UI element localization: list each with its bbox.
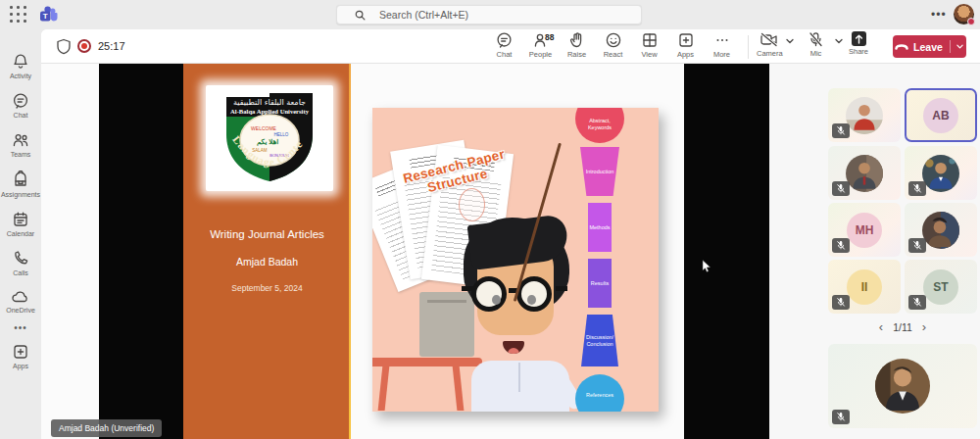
people-group-icon: [12, 131, 30, 149]
search-input[interactable]: Search (Ctrl+Alt+E): [336, 5, 642, 24]
sidebar-item-activity[interactable]: Activity: [10, 53, 31, 79]
raise-hand-button[interactable]: Raise: [559, 31, 595, 59]
sidebar-item-apps[interactable]: Apps: [12, 343, 29, 369]
sidebar-item-chat[interactable]: Chat: [12, 92, 29, 119]
apps-button[interactable]: Apps: [667, 31, 704, 59]
avatar: [922, 155, 959, 192]
mouse-cursor: [702, 260, 711, 273]
title-slide: جامعة البلقاء التطبيقية Al-Balqa Applied…: [183, 64, 351, 439]
mic-off-icon: [808, 31, 824, 48]
user-avatar[interactable]: [954, 4, 974, 24]
sidebar-item-onedrive[interactable]: OneDrive: [6, 289, 35, 314]
mic-chevron-icon[interactable]: [834, 37, 844, 45]
participant-count: 88: [545, 32, 554, 42]
avatar-initials: ST: [923, 269, 958, 305]
app-top-bar: T Search (Ctrl+Alt+E) •••: [0, 0, 980, 29]
paper-structure-diagram: Abstract,Keywords Introduction Methods R…: [372, 108, 659, 412]
meeting-security-shield-icon[interactable]: [56, 38, 72, 55]
leave-button[interactable]: Leave: [893, 35, 966, 58]
participant-tile[interactable]: [828, 146, 901, 200]
participant-tile[interactable]: ST: [905, 260, 977, 314]
chat-bubble-icon: [12, 92, 29, 110]
flow-results: Results: [588, 259, 612, 308]
react-button[interactable]: React: [595, 31, 631, 59]
phone-icon: [12, 250, 29, 268]
sidebar-item-calls[interactable]: Calls: [12, 250, 29, 276]
leave-chevron-icon[interactable]: [956, 43, 964, 50]
participant-tile[interactable]: [828, 88, 901, 142]
participants-panel: AB MH II ST: [769, 64, 980, 439]
slide-author: Amjad Badah: [183, 256, 351, 268]
view-button[interactable]: View: [631, 31, 667, 59]
more-button[interactable]: More: [704, 31, 740, 59]
apps-plus-icon: [12, 343, 29, 361]
participant-tile-speaking[interactable]: AB: [905, 88, 977, 142]
participant-tile[interactable]: [905, 203, 977, 257]
camera-off-icon: [760, 31, 779, 48]
avatar-initials: AB: [923, 98, 958, 133]
logo-arabic-text: جامعة البلقاء التطبيقية: [233, 98, 306, 107]
svg-text:اهلا بكم: اهلا بكم: [257, 138, 278, 146]
cloud-icon: [11, 289, 30, 305]
avatar-initials: II: [847, 269, 882, 305]
letterbox-left: [99, 64, 183, 439]
svg-text:WELCOME: WELCOME: [251, 125, 277, 131]
flow-discussion: Discussion/Conclusion: [581, 315, 618, 366]
svg-text:T: T: [43, 12, 48, 21]
mic-muted-icon: [832, 295, 850, 310]
bell-icon: [12, 53, 29, 71]
backpack-icon: [12, 171, 29, 189]
mic-button[interactable]: Mic: [808, 31, 824, 58]
camera-button[interactable]: Camera: [757, 31, 783, 58]
calendar-icon: [12, 211, 29, 228]
sidebar-more-icon[interactable]: •••: [14, 322, 27, 333]
people-button[interactable]: 88 People: [522, 31, 559, 59]
svg-text:HELLO: HELLO: [274, 132, 289, 137]
app-sidebar: Activity Chat Teams Assignments Calendar…: [0, 29, 41, 439]
chat-button[interactable]: Chat: [486, 31, 522, 59]
mic-muted-icon: [832, 238, 850, 253]
participant-tile[interactable]: II: [828, 260, 901, 314]
sidebar-item-assignments[interactable]: Assignments: [1, 171, 40, 198]
share-button[interactable]: Share: [849, 31, 868, 56]
meeting-controls: Chat 88 People Raise React View Apps Mor…: [486, 31, 740, 59]
university-logo: جامعة البلقاء التطبيقية Al-Balqa Applied…: [206, 85, 333, 191]
participant-tile[interactable]: [905, 146, 977, 200]
raise-hand-icon: [568, 31, 586, 49]
spotlight-participant-tile[interactable]: [828, 344, 977, 428]
mic-muted-icon: [832, 410, 850, 424]
app-launcher-waffle-icon[interactable]: [10, 6, 27, 24]
view-grid-icon: [641, 31, 659, 49]
status-busy-dot: [967, 18, 975, 25]
sidebar-item-calendar[interactable]: Calendar: [7, 211, 34, 237]
avatar: [875, 359, 930, 414]
apps-icon: [677, 31, 695, 49]
flow-abstract: Abstract,Keywords: [575, 108, 624, 143]
tiles-pagination: ‹ 1/11 ›: [828, 321, 977, 333]
avatar: [846, 97, 883, 134]
mic-muted-icon: [908, 295, 926, 310]
slide-date: September 5, 2024: [183, 283, 351, 293]
share-screen-icon: [852, 31, 866, 46]
participant-tile[interactable]: MH: [828, 203, 901, 257]
logo-english-text: Al-Balqa Applied University: [230, 108, 310, 115]
pagination-next-icon[interactable]: ›: [922, 322, 926, 332]
pagination-label: 1/11: [893, 321, 912, 333]
search-placeholder: Search (Ctrl+Alt+E): [379, 9, 468, 21]
pagination-prev-icon[interactable]: ‹: [879, 322, 883, 332]
ellipsis-icon: [713, 31, 731, 49]
letterbox-right: [684, 64, 769, 439]
flow-introduction: Introduction: [580, 147, 619, 196]
sidebar-item-teams[interactable]: Teams: [11, 131, 31, 158]
titlebar-more-icon[interactable]: •••: [931, 8, 947, 22]
avatar-initials: MH: [847, 213, 882, 248]
content-slide: Research Paper Structure: [372, 108, 659, 412]
teams-app-window: T Search (Ctrl+Alt+E) ••• Activity Chat …: [0, 0, 980, 439]
leave-call-icon: [895, 42, 908, 51]
mic-muted-icon: [832, 123, 850, 138]
chat-icon: [495, 31, 514, 49]
camera-chevron-icon[interactable]: [785, 37, 795, 45]
teams-logo-icon: T: [39, 5, 58, 24]
flow-methods: Methods: [588, 203, 612, 252]
smiley-icon: [605, 31, 622, 49]
